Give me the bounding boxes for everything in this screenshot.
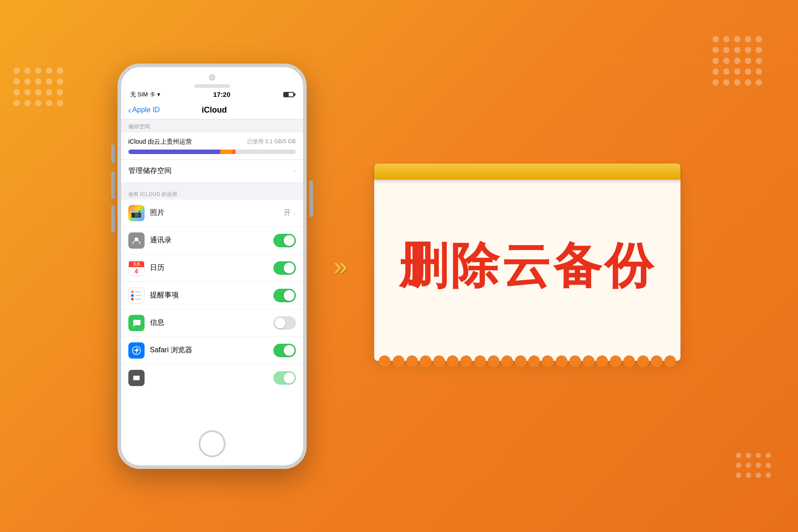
storage-bar xyxy=(128,150,296,154)
app-row-reminders[interactable]: 提醒事项 xyxy=(121,282,303,309)
app-row-contacts[interactable]: 通讯录 xyxy=(121,227,303,255)
storage-bar-blue xyxy=(128,150,221,154)
stamp-card: 删除云备份 xyxy=(374,172,680,361)
stamp-perforations xyxy=(374,355,680,367)
reminders-toggle[interactable] xyxy=(273,289,296,302)
stamp-title-line1: 删除 xyxy=(399,238,502,293)
app-name-contacts: 通讯录 xyxy=(150,236,268,245)
perforation-4 xyxy=(420,355,431,367)
status-bar: 无 SIM 卡 ▾ 17:20 xyxy=(121,88,303,101)
app-name-messages: 信息 xyxy=(150,318,268,327)
contacts-toggle[interactable] xyxy=(273,234,296,247)
app-name-photos: 照片 xyxy=(150,208,278,218)
navigation-bar: ‹ Apple ID iCloud xyxy=(121,101,303,119)
manage-storage-row[interactable]: 管理储存空间 › xyxy=(121,159,303,182)
back-arrow-icon: ‹ xyxy=(128,105,131,115)
perforation-8 xyxy=(474,355,486,367)
wifi-icon: ▾ xyxy=(157,91,160,98)
app-row-safari[interactable]: Safari 浏览器 xyxy=(121,337,303,364)
perforation-11 xyxy=(515,355,526,367)
app-name-safari: Safari 浏览器 xyxy=(150,346,268,355)
safari-app-icon xyxy=(128,342,145,359)
app-name-reminders: 提醒事项 xyxy=(150,291,268,300)
photos-chevron-icon: › xyxy=(294,209,296,217)
perforation-2 xyxy=(393,355,404,367)
stamp-text-container: 删除云备份 xyxy=(399,239,656,293)
main-container: 无 SIM 卡 ▾ 17:20 ‹ Apple ID iCloud xyxy=(118,64,681,469)
messages-app-icon xyxy=(128,315,145,331)
perforation-7 xyxy=(460,355,472,367)
chevron-right-icon: › xyxy=(294,167,296,174)
app-row-calendar[interactable]: 五月 4 日历 xyxy=(121,255,303,282)
calendar-toggle[interactable] xyxy=(273,261,296,275)
side-button-vol-up xyxy=(111,172,115,199)
perforation-9 xyxy=(488,355,499,367)
stamp-title-line2: 云备份 xyxy=(502,238,656,293)
manage-storage-label: 管理储存空间 xyxy=(128,166,172,176)
apps-section-header: 使用 ICLOUD 的应用 xyxy=(121,182,303,200)
iphone-top-area xyxy=(121,67,303,88)
double-chevron-icon: » xyxy=(334,252,348,281)
storage-card: iCloud 由云上贵州运营 已使用 3.1 GB/5 GB xyxy=(121,132,303,159)
perforation-5 xyxy=(433,355,445,367)
perforation-16 xyxy=(583,355,594,367)
page-title: iCloud xyxy=(160,105,269,115)
iphone-mockup: 无 SIM 卡 ▾ 17:20 ‹ Apple ID iCloud xyxy=(118,64,307,469)
front-camera xyxy=(209,74,215,81)
status-right xyxy=(283,92,294,97)
direction-arrow: » xyxy=(334,252,348,281)
svg-marker-4 xyxy=(134,347,140,353)
messages-toggle[interactable] xyxy=(273,316,296,330)
stamp-top-bar xyxy=(374,164,680,180)
perforation-17 xyxy=(596,355,608,367)
perforation-12 xyxy=(528,355,540,367)
perforation-22 xyxy=(664,355,676,367)
app-row-messages[interactable]: 信息 xyxy=(121,309,303,337)
back-button[interactable]: ‹ Apple ID xyxy=(128,105,160,115)
decorative-dots-left xyxy=(14,68,63,106)
screen-content: 储存空间 iCloud 由云上贵州运营 已使用 3.1 GB/5 GB xyxy=(121,119,303,391)
status-time: 17:20 xyxy=(213,91,230,98)
side-button-vol-down xyxy=(111,205,115,232)
photos-status-text: 开 xyxy=(284,208,291,218)
perforation-1 xyxy=(379,355,390,367)
storage-info-row: iCloud 由云上贵州运营 已使用 3.1 GB/5 GB xyxy=(128,138,296,146)
safari-toggle[interactable] xyxy=(273,344,296,357)
reminders-app-icon xyxy=(128,287,145,304)
storage-used-text: 已使用 3.1 GB/5 GB xyxy=(247,138,295,146)
battery-icon xyxy=(283,92,294,97)
contacts-app-icon xyxy=(128,232,145,249)
storage-bar-orange xyxy=(232,150,235,154)
photos-app-icon: 📷 xyxy=(128,205,145,221)
iphone-body: 无 SIM 卡 ▾ 17:20 ‹ Apple ID iCloud xyxy=(118,64,307,469)
decorative-dots-right-top xyxy=(712,36,762,86)
storage-section-header: 储存空间 xyxy=(121,119,303,132)
perforation-6 xyxy=(447,355,458,367)
back-label: Apple ID xyxy=(132,106,159,114)
battery-fill xyxy=(284,93,289,96)
status-left: 无 SIM 卡 ▾ xyxy=(130,91,160,99)
app-row-photos[interactable]: 📷 照片 开 › xyxy=(121,200,303,227)
side-button-mute xyxy=(111,145,115,163)
partial-app-icon xyxy=(128,370,145,386)
photos-toggle-arrow[interactable]: 开 › xyxy=(284,208,296,218)
decorative-dots-bottom-right xyxy=(736,453,771,478)
perforation-19 xyxy=(623,355,635,367)
perforation-14 xyxy=(556,355,567,367)
app-name-calendar: 日历 xyxy=(150,263,268,273)
storage-bar-yellow xyxy=(220,150,232,154)
app-row-partial xyxy=(121,364,303,391)
partial-toggle xyxy=(273,371,296,385)
speaker-grille xyxy=(194,84,230,88)
perforation-21 xyxy=(651,355,662,367)
perforation-18 xyxy=(610,355,621,367)
perforation-13 xyxy=(542,355,553,367)
carrier-label: 无 SIM 卡 xyxy=(130,91,155,99)
svg-rect-5 xyxy=(133,376,140,380)
home-button[interactable] xyxy=(199,430,226,457)
storage-provider: iCloud 由云上贵州运营 xyxy=(128,138,192,146)
stamp-title: 删除云备份 xyxy=(399,239,656,293)
perforation-3 xyxy=(406,355,418,367)
perforation-10 xyxy=(501,355,513,367)
perforation-15 xyxy=(569,355,581,367)
